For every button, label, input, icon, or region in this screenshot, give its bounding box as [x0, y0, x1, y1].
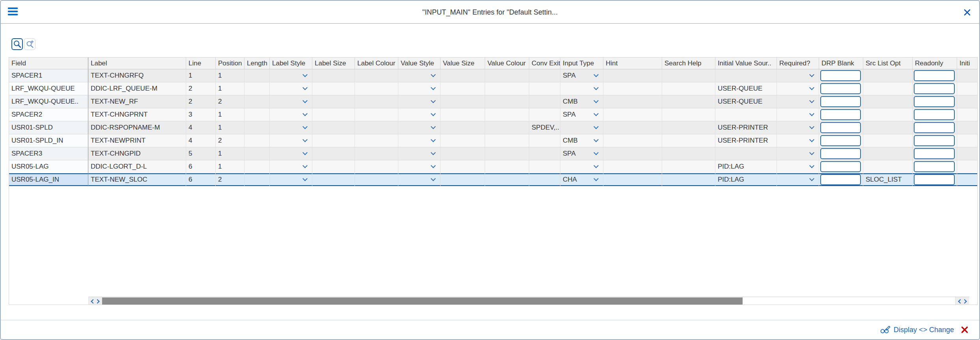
cell-required[interactable]	[777, 95, 819, 108]
chevron-down-icon[interactable]	[302, 111, 308, 116]
cell-line[interactable]: 4	[186, 121, 216, 134]
column-header-value_style[interactable]: Value Style	[398, 58, 441, 69]
cell-value_size[interactable]	[441, 69, 485, 82]
cell-src_list_opt[interactable]	[863, 134, 913, 147]
cell-readonly[interactable]	[913, 121, 957, 134]
cell-value_colour[interactable]	[485, 134, 529, 147]
cell-label[interactable]: TEXT-CHNGPRNT	[88, 108, 186, 121]
cell-line[interactable]: 4	[186, 134, 216, 147]
table-row[interactable]: USR01-SPLD_INTEXT-NEWPRINT42CMBUSER-PRIN…	[9, 134, 978, 147]
chevron-down-icon[interactable]	[809, 163, 814, 168]
cell-value_size[interactable]	[441, 160, 485, 173]
cell-initial_value_source[interactable]	[715, 108, 777, 121]
cell-src_list_opt[interactable]: SLOC_LIST	[863, 173, 913, 186]
table-row[interactable]: USR05-LAG_INTEXT-NEW_SLOC62CHAPID:LAGSLO…	[9, 173, 978, 186]
cell-drp_blank[interactable]	[819, 108, 863, 121]
chevron-down-icon[interactable]	[431, 111, 436, 116]
cell-label_size[interactable]	[312, 173, 355, 186]
cell-readonly[interactable]	[913, 82, 957, 95]
cell-value_style[interactable]	[398, 95, 441, 108]
cell-label_size[interactable]	[312, 95, 355, 108]
readonly-input[interactable]	[914, 148, 955, 159]
column-header-label_style[interactable]: Label Style	[270, 58, 312, 69]
cell-length[interactable]	[245, 147, 270, 160]
cell-search_help[interactable]	[662, 134, 715, 147]
cell-line[interactable]: 1	[186, 69, 216, 82]
cell-value_colour[interactable]	[485, 69, 529, 82]
cell-input_type[interactable]: CHA	[560, 173, 603, 186]
cell-label_size[interactable]	[312, 69, 355, 82]
chevron-down-icon[interactable]	[809, 98, 814, 103]
chevron-down-icon[interactable]	[431, 72, 436, 77]
cell-length[interactable]	[245, 160, 270, 173]
column-header-value_size[interactable]: Value Size	[441, 58, 485, 69]
chevron-down-icon[interactable]	[594, 111, 599, 116]
cell-label[interactable]: DDIC-RSPOPNAME-M	[88, 121, 186, 134]
cell-src_list_opt[interactable]	[863, 108, 913, 121]
cell-position[interactable]: 2	[216, 173, 245, 186]
cell-readonly[interactable]	[913, 95, 957, 108]
column-header-initial_value_source[interactable]: Initial Value Sour..	[715, 58, 777, 69]
cell-value_style[interactable]	[398, 121, 441, 134]
cell-search_help[interactable]	[662, 147, 715, 160]
cell-length[interactable]	[245, 82, 270, 95]
cell-position[interactable]: 1	[216, 82, 245, 95]
cell-drp_blank[interactable]	[819, 147, 863, 160]
cell-value_colour[interactable]	[485, 82, 529, 95]
drp_blank-input[interactable]	[820, 161, 861, 172]
cell-label_colour[interactable]	[355, 160, 398, 173]
cell-label_style[interactable]	[270, 108, 312, 121]
cell-length[interactable]	[245, 95, 270, 108]
table-row[interactable]: USR05-LAGDDIC-LGORT_D-L61PID:LAG	[9, 160, 978, 173]
chevron-down-icon[interactable]	[594, 98, 599, 103]
cell-label[interactable]: TEXT-CHNGPID	[88, 147, 186, 160]
column-header-field[interactable]: Field	[9, 58, 88, 69]
chevron-down-icon[interactable]	[431, 176, 436, 181]
cell-label_size[interactable]	[312, 147, 355, 160]
chevron-down-icon[interactable]	[431, 150, 436, 155]
cell-drp_blank[interactable]	[819, 82, 863, 95]
cell-conv_exit[interactable]	[529, 134, 560, 147]
column-header-position[interactable]: Position	[216, 58, 245, 69]
cell-value_style[interactable]	[398, 69, 441, 82]
cell-src_list_opt[interactable]	[863, 95, 913, 108]
column-header-label[interactable]: Label	[88, 58, 186, 69]
menu-icon[interactable]	[8, 7, 18, 17]
column-header-hint[interactable]: Hint	[603, 58, 662, 69]
chevron-down-icon[interactable]	[431, 85, 436, 90]
cell-value_size[interactable]	[441, 134, 485, 147]
cell-value_colour[interactable]	[485, 95, 529, 108]
cell-label_size[interactable]	[312, 121, 355, 134]
readonly-input[interactable]	[914, 70, 955, 81]
cell-search_help[interactable]	[662, 160, 715, 173]
column-header-required[interactable]: Required?	[777, 58, 819, 69]
scrollbar-thumb[interactable]	[102, 297, 743, 305]
drp_blank-input[interactable]	[820, 135, 861, 146]
cell-label_colour[interactable]	[355, 82, 398, 95]
cell-position[interactable]: 1	[216, 147, 245, 160]
cell-initial_value_source[interactable]: USER-QUEUE	[715, 95, 777, 108]
cell-initial_trunc[interactable]	[957, 160, 978, 173]
cell-drp_blank[interactable]	[819, 160, 863, 173]
cell-label_style[interactable]	[270, 121, 312, 134]
cell-value_style[interactable]	[398, 160, 441, 173]
chevron-down-icon[interactable]	[302, 98, 308, 103]
cell-src_list_opt[interactable]	[863, 160, 913, 173]
cell-field[interactable]: SPACER3	[9, 147, 88, 160]
cell-hint[interactable]	[603, 95, 662, 108]
cell-input_type[interactable]	[560, 82, 603, 95]
table-row[interactable]: LRF_WKQU-QUEUE..TEXT-NEW_RF22CMBUSER-QUE…	[9, 95, 978, 108]
table-row[interactable]: SPACER1TEXT-CHNGRFQ11SPA	[9, 69, 978, 82]
cell-initial_trunc[interactable]	[957, 95, 978, 108]
drp_blank-input[interactable]	[820, 122, 861, 133]
cell-input_type[interactable]: SPA	[560, 108, 603, 121]
table-row[interactable]: LRF_WKQU-QUEUEDDIC-LRF_QUEUE-M21USER-QUE…	[9, 82, 978, 95]
cell-field[interactable]: USR01-SPLD	[9, 121, 88, 134]
cell-conv_exit[interactable]	[529, 82, 560, 95]
drp_blank-input[interactable]	[820, 96, 861, 107]
cell-field[interactable]: SPACER1	[9, 69, 88, 82]
cell-length[interactable]	[245, 134, 270, 147]
cell-position[interactable]: 1	[216, 160, 245, 173]
cell-label[interactable]: DDIC-LRF_QUEUE-M	[88, 82, 186, 95]
cell-hint[interactable]	[603, 121, 662, 134]
